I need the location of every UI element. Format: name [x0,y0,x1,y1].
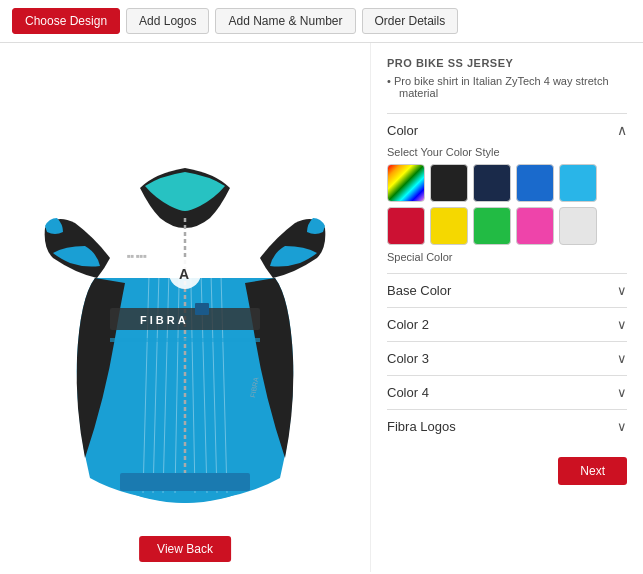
config-panel: PRO BIKE SS JERSEY Pro bike shirt in Ita… [370,43,643,572]
swatch-lightgray[interactable] [559,207,597,245]
swatch-yellow[interactable] [430,207,468,245]
fibra-logos-label: Fibra Logos [387,419,456,434]
svg-rect-14 [195,303,209,315]
color2-label: Color 2 [387,317,429,332]
next-button[interactable]: Next [558,457,627,485]
color2-section[interactable]: Color 2 ∨ [387,307,627,341]
color-style-label: Select Your Color Style [387,146,627,158]
svg-text:FIBRA: FIBRA [140,314,189,326]
base-color-section[interactable]: Base Color ∨ [387,273,627,307]
color4-label: Color 4 [387,385,429,400]
main-content: FIBRA A ■■ ■■■ FIBRA [0,43,643,572]
jersey-svg: FIBRA A ■■ ■■■ FIBRA [35,98,335,518]
tab-choose-design[interactable]: Choose Design [12,8,120,34]
color-section-content: Select Your Color Style Special Color [387,146,627,273]
color2-chevron-icon: ∨ [617,317,627,332]
swatch-cyan[interactable] [559,164,597,202]
swatch-pink[interactable] [516,207,554,245]
color-section-header[interactable]: Color [387,113,627,146]
special-color-label: Special Color [387,251,627,263]
jersey-container: FIBRA A ■■ ■■■ FIBRA [35,98,335,518]
fibra-logos-section[interactable]: Fibra Logos ∨ [387,409,627,443]
color3-chevron-icon: ∨ [617,351,627,366]
fibra-logos-chevron-icon: ∨ [617,419,627,434]
svg-text:A: A [179,266,189,282]
color-swatch-grid [387,164,627,245]
base-color-chevron-icon: ∨ [617,283,627,298]
color3-label: Color 3 [387,351,429,366]
jersey-preview-panel: FIBRA A ■■ ■■■ FIBRA [0,43,370,572]
product-title: PRO BIKE SS JERSEY [387,57,627,69]
swatch-blue[interactable] [516,164,554,202]
top-navigation: Choose Design Add Logos Add Name & Numbe… [0,0,643,43]
color4-chevron-icon: ∨ [617,385,627,400]
tab-order-details[interactable]: Order Details [362,8,459,34]
color4-section[interactable]: Color 4 ∨ [387,375,627,409]
color-section-label: Color [387,123,418,138]
product-description: Pro bike shirt in Italian ZyTech 4 way s… [387,75,627,99]
tab-add-name-number[interactable]: Add Name & Number [215,8,355,34]
tab-add-logos[interactable]: Add Logos [126,8,209,34]
swatch-green[interactable] [473,207,511,245]
base-color-label: Base Color [387,283,451,298]
next-button-container: Next [387,457,627,485]
view-back-button[interactable]: View Back [139,536,231,562]
svg-rect-16 [110,338,260,342]
color-chevron-icon [617,122,627,138]
swatch-black[interactable] [430,164,468,202]
svg-text:■■ ■■■: ■■ ■■■ [127,253,147,259]
swatch-navy[interactable] [473,164,511,202]
swatch-red[interactable] [387,207,425,245]
color3-section[interactable]: Color 3 ∨ [387,341,627,375]
swatch-rainbow[interactable] [387,164,425,202]
svg-rect-15 [120,473,250,491]
